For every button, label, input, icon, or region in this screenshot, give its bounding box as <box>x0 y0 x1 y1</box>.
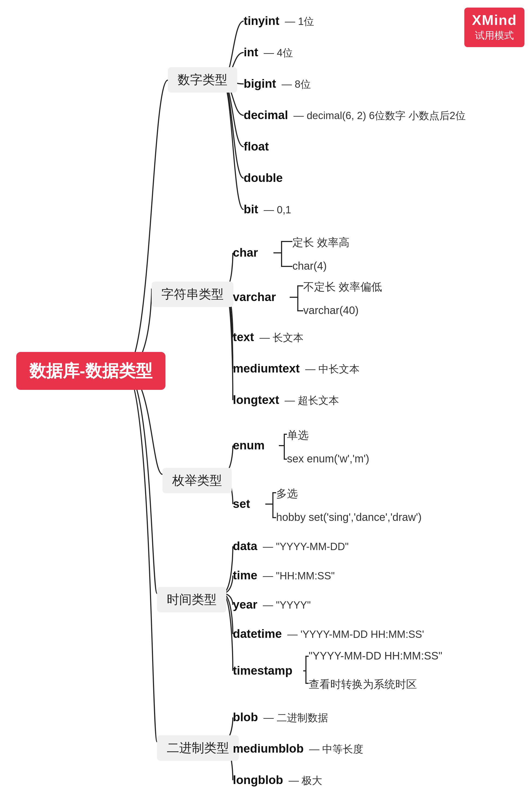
leaf-char: char <box>233 246 258 259</box>
leaf-bit: bit — 0,1 <box>244 203 291 216</box>
leaf-enum: enum <box>233 439 265 452</box>
subleaf-ts-2: 查看时转换为系统时区 <box>309 677 417 692</box>
leaf-double: double <box>244 171 283 185</box>
leaf-datetime: datetime — 'YYYY-MM-DD HH:MM:SS' <box>233 627 424 641</box>
cat-binary: 二进制类型 <box>157 735 239 761</box>
xmind-badge: XMind 试用模式 <box>464 7 525 47</box>
cat-numeric: 数字类型 <box>168 67 237 93</box>
leaf-longblob: longblob — 极大 <box>233 773 322 787</box>
leaf-float: float <box>244 140 269 153</box>
leaf-blob: blob — 二进制数据 <box>233 710 328 725</box>
leaf-set: set <box>233 497 250 511</box>
subleaf-set-2: hobby set('sing','dance','draw') <box>276 511 421 523</box>
leaf-int: int — 4位 <box>244 45 293 60</box>
subleaf-ts-1: "YYYY-MM-DD HH:MM:SS" <box>309 650 442 662</box>
leaf-longtext: longtext — 超长文本 <box>233 393 339 407</box>
cat-string: 字符串类型 <box>152 282 233 307</box>
subleaf-char-1: 定长 效率高 <box>292 235 349 250</box>
leaf-year: year — "YYYY" <box>233 598 311 611</box>
leaf-bigint: bigint — 8位 <box>244 77 311 91</box>
cat-enum: 枚举类型 <box>163 468 232 493</box>
cat-time: 时间类型 <box>157 587 226 612</box>
leaf-decimal: decimal — decimal(6, 2) 6位数字 小数点后2位 <box>244 108 466 122</box>
subleaf-set-1: 多选 <box>276 486 298 501</box>
leaf-mediumtext: mediumtext — 中长文本 <box>233 362 360 376</box>
leaf-text: text — 长文本 <box>233 330 304 345</box>
leaf-varchar: varchar <box>233 290 276 304</box>
leaf-tinyint: tinyint — 1位 <box>244 14 314 28</box>
root-node: 数据库-数据类型 <box>16 352 166 390</box>
leaf-mediumblob: mediumblob — 中等长度 <box>233 742 363 756</box>
xmind-subtitle: 试用模式 <box>472 29 517 42</box>
leaf-timestamp: timestamp <box>233 664 292 678</box>
subleaf-varchar-2: varchar(40) <box>303 304 359 317</box>
subleaf-varchar-1: 不定长 效率偏低 <box>303 280 382 294</box>
leaf-data: data — "YYYY-MM-DD" <box>233 539 349 553</box>
subleaf-enum-2: sex enum('w','m') <box>287 453 369 465</box>
xmind-title: XMind <box>472 13 517 28</box>
leaf-time: time — "HH:MM:SS" <box>233 569 335 582</box>
subleaf-char-2: char(4) <box>292 260 327 272</box>
subleaf-enum-1: 单选 <box>287 428 309 443</box>
